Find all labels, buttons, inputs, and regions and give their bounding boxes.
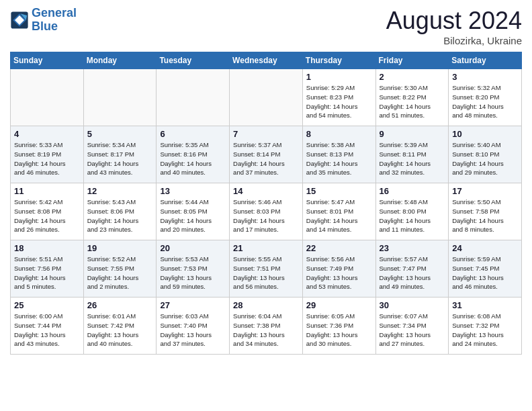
page-header: General Blue August 2024 Bilozirka, Ukra… [10, 7, 522, 46]
day-info: Sunrise: 5:43 AM Sunset: 8:06 PM Dayligh… [87, 197, 153, 234]
day-info: Sunrise: 5:35 AM Sunset: 8:16 PM Dayligh… [160, 140, 226, 177]
title-block: August 2024 Bilozirka, Ukraine [386, 7, 522, 46]
calendar-cell: 12Sunrise: 5:43 AM Sunset: 8:06 PM Dayli… [83, 183, 157, 240]
day-number: 29 [306, 300, 372, 310]
day-info: Sunrise: 5:44 AM Sunset: 8:05 PM Dayligh… [160, 197, 226, 234]
day-number: 15 [306, 186, 372, 196]
logo-icon [10, 11, 29, 30]
day-info: Sunrise: 5:55 AM Sunset: 7:51 PM Dayligh… [233, 255, 299, 291]
day-number: 25 [14, 300, 80, 310]
day-number: 20 [160, 243, 226, 253]
day-number: 3 [452, 72, 518, 82]
calendar-cell: 29Sunrise: 6:05 AM Sunset: 7:36 PM Dayli… [302, 298, 375, 355]
calendar-cell: 10Sunrise: 5:40 AM Sunset: 8:10 PM Dayli… [449, 126, 522, 183]
day-number: 18 [14, 243, 80, 253]
day-info: Sunrise: 5:52 AM Sunset: 7:55 PM Dayligh… [87, 255, 153, 291]
day-info: Sunrise: 5:47 AM Sunset: 8:01 PM Dayligh… [306, 197, 372, 234]
weekday-header-row: SundayMondayTuesdayWednesdayThursdayFrid… [11, 52, 522, 69]
day-number: 19 [87, 243, 153, 253]
day-number: 27 [160, 300, 226, 310]
day-info: Sunrise: 5:59 AM Sunset: 7:45 PM Dayligh… [452, 255, 518, 291]
calendar-week-row: 11Sunrise: 5:42 AM Sunset: 8:08 PM Dayli… [11, 183, 522, 240]
calendar-cell: 30Sunrise: 6:07 AM Sunset: 7:34 PM Dayli… [375, 298, 449, 355]
calendar-cell: 15Sunrise: 5:47 AM Sunset: 8:01 PM Dayli… [302, 183, 375, 240]
day-info: Sunrise: 6:08 AM Sunset: 7:32 PM Dayligh… [452, 312, 518, 349]
day-info: Sunrise: 5:34 AM Sunset: 8:17 PM Dayligh… [87, 140, 153, 177]
calendar-cell: 6Sunrise: 5:35 AM Sunset: 8:16 PM Daylig… [157, 126, 230, 183]
weekday-header-friday: Friday [375, 52, 449, 69]
day-info: Sunrise: 5:50 AM Sunset: 7:58 PM Dayligh… [452, 197, 518, 234]
month-year-title: August 2024 [386, 7, 522, 35]
day-number: 14 [233, 186, 299, 196]
day-info: Sunrise: 5:37 AM Sunset: 8:14 PM Dayligh… [233, 140, 299, 177]
day-info: Sunrise: 6:05 AM Sunset: 7:36 PM Dayligh… [306, 312, 372, 349]
day-number: 7 [233, 129, 299, 139]
day-number: 2 [380, 72, 445, 82]
calendar-week-row: 4Sunrise: 5:33 AM Sunset: 8:19 PM Daylig… [11, 126, 522, 183]
day-info: Sunrise: 5:32 AM Sunset: 8:20 PM Dayligh… [452, 83, 518, 120]
day-info: Sunrise: 5:30 AM Sunset: 8:22 PM Dayligh… [380, 83, 445, 120]
calendar-week-row: 1Sunrise: 5:29 AM Sunset: 8:23 PM Daylig… [11, 69, 522, 126]
calendar-table: SundayMondayTuesdayWednesdayThursdayFrid… [10, 52, 522, 355]
calendar-cell: 4Sunrise: 5:33 AM Sunset: 8:19 PM Daylig… [11, 126, 84, 183]
calendar-cell: 31Sunrise: 6:08 AM Sunset: 7:32 PM Dayli… [449, 298, 522, 355]
day-info: Sunrise: 5:46 AM Sunset: 8:03 PM Dayligh… [233, 197, 299, 234]
day-info: Sunrise: 6:00 AM Sunset: 7:44 PM Dayligh… [14, 312, 80, 349]
day-number: 28 [233, 300, 299, 310]
day-number: 1 [306, 72, 372, 82]
day-info: Sunrise: 5:29 AM Sunset: 8:23 PM Dayligh… [306, 83, 372, 120]
day-number: 16 [380, 186, 445, 196]
day-number: 31 [452, 300, 518, 310]
day-info: Sunrise: 5:53 AM Sunset: 7:53 PM Dayligh… [160, 255, 226, 291]
calendar-cell: 19Sunrise: 5:52 AM Sunset: 7:55 PM Dayli… [83, 240, 157, 298]
weekday-header-thursday: Thursday [302, 52, 375, 69]
calendar-cell: 26Sunrise: 6:01 AM Sunset: 7:42 PM Dayli… [83, 298, 157, 355]
day-info: Sunrise: 6:03 AM Sunset: 7:40 PM Dayligh… [160, 312, 226, 349]
calendar-cell: 18Sunrise: 5:51 AM Sunset: 7:56 PM Dayli… [11, 240, 84, 298]
location-subtitle: Bilozirka, Ukraine [386, 35, 522, 46]
day-number: 21 [233, 243, 299, 253]
day-info: Sunrise: 6:07 AM Sunset: 7:34 PM Dayligh… [380, 312, 445, 349]
day-info: Sunrise: 5:48 AM Sunset: 8:00 PM Dayligh… [380, 197, 445, 234]
day-number: 26 [87, 300, 153, 310]
calendar-cell: 27Sunrise: 6:03 AM Sunset: 7:40 PM Dayli… [157, 298, 230, 355]
day-info: Sunrise: 5:51 AM Sunset: 7:56 PM Dayligh… [14, 255, 80, 291]
calendar-cell: 20Sunrise: 5:53 AM Sunset: 7:53 PM Dayli… [157, 240, 230, 298]
calendar-cell [230, 69, 303, 126]
calendar-cell: 22Sunrise: 5:56 AM Sunset: 7:49 PM Dayli… [302, 240, 375, 298]
calendar-cell [83, 69, 157, 126]
calendar-cell: 21Sunrise: 5:55 AM Sunset: 7:51 PM Dayli… [230, 240, 303, 298]
day-info: Sunrise: 5:38 AM Sunset: 8:13 PM Dayligh… [306, 140, 372, 177]
day-number: 24 [452, 243, 518, 253]
calendar-cell: 9Sunrise: 5:39 AM Sunset: 8:11 PM Daylig… [375, 126, 449, 183]
day-number: 10 [452, 129, 518, 139]
day-number: 12 [87, 186, 153, 196]
calendar-cell: 5Sunrise: 5:34 AM Sunset: 8:17 PM Daylig… [83, 126, 157, 183]
day-number: 5 [87, 129, 153, 139]
day-info: Sunrise: 5:33 AM Sunset: 8:19 PM Dayligh… [14, 140, 80, 177]
calendar-cell: 7Sunrise: 5:37 AM Sunset: 8:14 PM Daylig… [230, 126, 303, 183]
calendar-cell: 28Sunrise: 6:04 AM Sunset: 7:38 PM Dayli… [230, 298, 303, 355]
calendar-cell: 25Sunrise: 6:00 AM Sunset: 7:44 PM Dayli… [11, 298, 84, 355]
day-number: 9 [380, 129, 445, 139]
weekday-header-tuesday: Tuesday [157, 52, 230, 69]
weekday-header-sunday: Sunday [11, 52, 84, 69]
logo-text: General Blue [32, 7, 77, 34]
day-number: 8 [306, 129, 372, 139]
calendar-cell: 8Sunrise: 5:38 AM Sunset: 8:13 PM Daylig… [302, 126, 375, 183]
calendar-cell: 1Sunrise: 5:29 AM Sunset: 8:23 PM Daylig… [302, 69, 375, 126]
weekday-header-monday: Monday [83, 52, 157, 69]
day-number: 22 [306, 243, 372, 253]
calendar-cell: 14Sunrise: 5:46 AM Sunset: 8:03 PM Dayli… [230, 183, 303, 240]
day-number: 4 [14, 129, 80, 139]
day-number: 11 [14, 186, 80, 196]
day-info: Sunrise: 6:04 AM Sunset: 7:38 PM Dayligh… [233, 312, 299, 349]
day-number: 13 [160, 186, 226, 196]
calendar-cell: 11Sunrise: 5:42 AM Sunset: 8:08 PM Dayli… [11, 183, 84, 240]
calendar-week-row: 18Sunrise: 5:51 AM Sunset: 7:56 PM Dayli… [11, 240, 522, 298]
day-info: Sunrise: 5:56 AM Sunset: 7:49 PM Dayligh… [306, 255, 372, 291]
day-info: Sunrise: 5:39 AM Sunset: 8:11 PM Dayligh… [380, 140, 445, 177]
weekday-header-wednesday: Wednesday [230, 52, 303, 69]
calendar-cell: 24Sunrise: 5:59 AM Sunset: 7:45 PM Dayli… [449, 240, 522, 298]
day-number: 17 [452, 186, 518, 196]
